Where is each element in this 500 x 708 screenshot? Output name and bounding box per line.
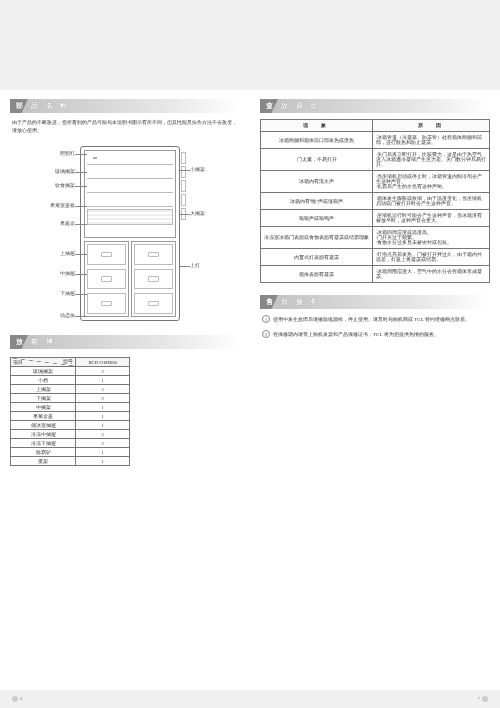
page-number-left: 6 — [10, 696, 23, 702]
section-title-phenomena: 查 故 原 定 — [266, 101, 320, 111]
callout-large-bin: 大搁架 — [190, 211, 205, 216]
spec-row: 上搁架2 — [11, 385, 130, 394]
spec-row: 玻璃搁架2 — [11, 367, 130, 376]
right-page: 查 故 原 定 现 象 原 因 冰箱两侧和箱体前口部发热或烫热·冰箱管道（冷凝器… — [250, 0, 500, 708]
phen-row: 嗡嗡声或嗡鸣声·压缩机运行时可能会产生这种声音，当冰箱没有被放平时，这种声音会更… — [261, 210, 490, 227]
service-list: 1使用中发生故障后请撤除电源线，停止使用。请及时与购机商或 TCL 特约维修网点… — [260, 315, 490, 339]
spec-row: 冷冻中抽屉2 — [11, 430, 130, 439]
callout-crisper-cover: 果菜室盖板 — [10, 203, 75, 208]
phen-row: 冰箱两侧和箱体前口部发热或烫热·冰箱管道（冷凝器、防露管）处在箱体两侧和前部，进… — [261, 132, 490, 149]
callout-light: 照明灯 — [10, 151, 75, 156]
spec-row: 果菜盒盖1 — [11, 412, 130, 421]
spec-table: 项目 型号 XX BCD-216DK60 玻璃搁架2小档1上搁架2下搁架2中搁架… — [10, 357, 240, 466]
spec-head-model: BCD-216DK60 — [76, 358, 130, 367]
section-bar-spec: 放 箱 博 — [10, 335, 240, 349]
fridge-diagram: 照明灯 玻璃搁架 饮食搁架 果菜室盖板 果蔬盒 上抽屉 中抽屉 下抽屉 动态块 … — [10, 141, 240, 331]
callout-crisper: 果蔬盒 — [10, 221, 75, 226]
callout-glass-shelf: 玻璃搁架 — [10, 169, 75, 174]
page-number-right: 7 — [478, 696, 491, 702]
section-title-spec: 放 箱 博 — [16, 337, 56, 347]
section-title-parts: 部 品 名 称 — [16, 101, 70, 111]
phen-row: 冰箱内有流水声·当压缩机启动或停止时，冰箱管道内制冷剂会产生这种声音。 ·化霜后… — [261, 171, 490, 193]
service-item-1: 1使用中发生故障后请撤除电源线，停止使用。请及时与购机商或 TCL 特约维修网点… — [262, 315, 488, 324]
phen-row: 门太紧，不易打开·关门后再立即打开，比较费力，这是由于热空气进入冰箱通冷凝缩产生… — [261, 149, 490, 171]
intro-text: 由于产品的不断改进，您所看到的产品可能与本说明书图示有所不同，但其性能及操作方法… — [12, 119, 238, 135]
callout-upper-drawer: 上抽屉 — [10, 251, 75, 256]
section-title-service: 售 后 服 务 — [266, 297, 320, 307]
phen-row: 内置式灯表面有凝露·灯泡点亮后发热，门被打开并过久，由于箱内外温差，灯盖上将凝露… — [261, 249, 490, 266]
phen-head-cause: 原 因 — [373, 120, 490, 132]
phen-row: 冰箱内有“啪”声或涨裂声·箱体发生膨胀或收缩，由于温度变化，当压缩机启动或门被打… — [261, 193, 490, 210]
callout-lower-drawer: 下抽屉 — [10, 291, 75, 296]
service-item-2: 2在保修期内请带上购机发票和产品保修证书，TCL 将为您提供热情的服务。 — [262, 330, 488, 339]
spec-row: 冷冻下抽屉2 — [11, 439, 130, 448]
phen-head-phenomenon: 现 象 — [261, 120, 373, 132]
section-bar-parts: 部 品 名 称 — [10, 99, 240, 113]
phen-row: 箱体表面有凝露·冰箱周围湿度大，空气中的水分会在箱体形成凝露。 — [261, 266, 490, 283]
callout-mid-drawer: 中抽屉 — [10, 271, 75, 276]
spec-row: 除霜铲1 — [11, 448, 130, 457]
spec-row: 蛋架1 — [11, 457, 130, 466]
callout-food-shelf: 饮食搁架 — [10, 183, 75, 188]
phen-row: 冷冻室冰箱门表面或食物表面有凝露或结霜现象·冰箱四周湿度或温度高。 ·门开关过于… — [261, 227, 490, 249]
manual-spread: 部 品 名 称 由于产品的不断改进，您所看到的产品可能与本说明书图示有所不同，但… — [0, 0, 500, 708]
callout-kick-plate: 动态块 — [10, 313, 75, 318]
callout-upper-light: 上灯 — [190, 263, 200, 268]
phenomena-table: 现 象 原 因 冰箱两侧和箱体前口部发热或烫热·冰箱管道（冷凝器、防露管）处在箱… — [260, 119, 490, 283]
spec-row: 中搁架1 — [11, 403, 130, 412]
spec-row: 小档1 — [11, 376, 130, 385]
spec-row: 储冰室抽屉1 — [11, 421, 130, 430]
spec-row: 下搁架2 — [11, 394, 130, 403]
section-bar-service: 售 后 服 务 — [260, 295, 490, 309]
section-bar-phenomena: 查 故 原 定 — [260, 99, 490, 113]
callout-small-bin: 小搁架 — [190, 167, 205, 172]
left-page: 部 品 名 称 由于产品的不断改进，您所看到的产品可能与本说明书图示有所不同，但… — [0, 0, 250, 708]
